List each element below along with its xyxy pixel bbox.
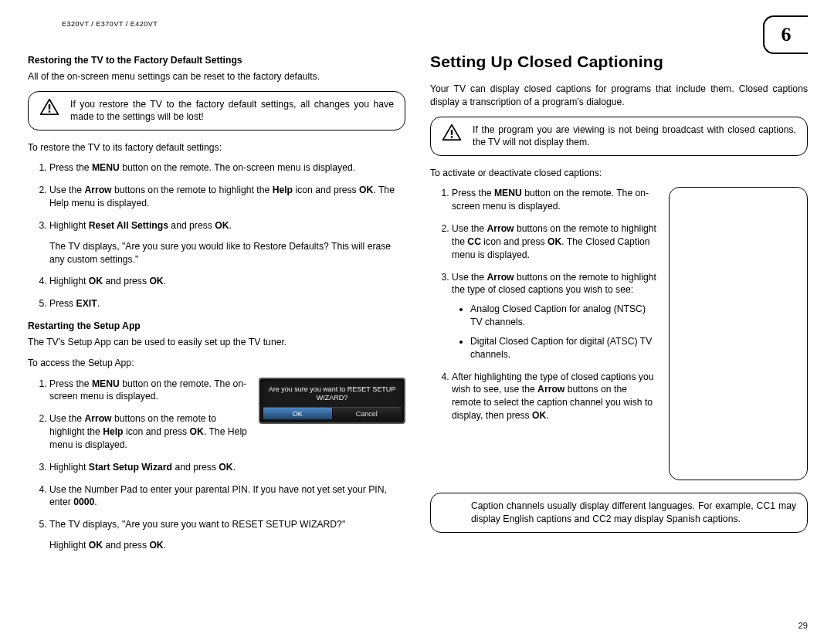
subheading-restore: Restoring the TV to the Factory Default … [28, 54, 405, 67]
cc-steps-list: Press the MENU button on the remote. The… [430, 187, 668, 422]
manual-page: E320VT / E370VT / E420VT 6 Restoring the… [28, 20, 808, 630]
cc-intro: Your TV can display closed captions for … [430, 83, 808, 109]
right-column: Setting Up Closed Captioning Your TV can… [430, 51, 808, 561]
svg-rect-3 [451, 136, 453, 137]
cc-warning-callout: If the program you are viewing is not be… [430, 117, 808, 156]
cc-bullet-analog: Analog Closed Caption for analog (NTSC) … [470, 303, 668, 329]
warning-icon [442, 124, 462, 142]
cc-step-1: Press the MENU button on the remote. The… [452, 187, 668, 213]
subheading-restart: Restarting the Setup App [28, 320, 405, 333]
restore-step-5: Press EXIT. [49, 297, 405, 310]
svg-rect-0 [49, 104, 50, 110]
restore-warning-text: If you restore the TV to the factory def… [70, 98, 394, 124]
cc-warning-text: If the program you are viewing is not be… [473, 124, 796, 149]
restore-step-2: Use the Arrow buttons on the remote to h… [49, 184, 405, 210]
cc-note-text: Caption channels usually display differe… [471, 500, 796, 524]
chapter-tab: 6 [763, 15, 808, 54]
reset-dialog-text: Are you sure you want to RESET SETUP WIZ… [263, 384, 401, 407]
svg-rect-2 [451, 130, 453, 135]
restore-step-3-sub: The TV displays, "Are you sure you would… [49, 240, 405, 266]
cc-step-3-bullets: Analog Closed Caption for analog (NTSC) … [452, 303, 668, 361]
left-column: Restoring the TV to the Factory Default … [28, 51, 405, 561]
restart-step-3: Highlight Start Setup Wizard and press O… [49, 461, 405, 474]
section-title-cc: Setting Up Closed Captioning [430, 51, 808, 73]
restore-step-1: Press the MENU button on the remote. The… [49, 161, 405, 175]
restart-step-5: The TV displays, "Are you sure you want … [49, 518, 405, 552]
cc-bullet-digital: Digital Closed Caption for digital (ATSC… [470, 335, 668, 361]
restart-steps-intro: To access the Setup App: [28, 357, 405, 370]
cc-steps-intro: To activate or deactivate closed caption… [430, 167, 808, 180]
restore-warning-callout: If you restore the TV to the factory def… [28, 91, 405, 130]
restore-steps-intro: To restore the TV to its factory default… [28, 141, 405, 154]
cc-step-2: Use the Arrow buttons on the remote to h… [452, 222, 668, 261]
restart-step-1: Press the MENU button on the remote. The… [49, 378, 266, 404]
svg-rect-1 [49, 110, 50, 112]
cc-menu-placeholder [669, 187, 808, 480]
reset-dialog-screenshot: Are you sure you want to RESET SETUP WIZ… [259, 378, 405, 424]
restart-step-2: Use the Arrow buttons on the remote to h… [49, 412, 266, 451]
reset-dialog-ok: OK [263, 407, 333, 419]
restore-step-4: Highlight OK and press OK. [49, 275, 405, 288]
restart-step-4: Use the Number Pad to enter your parenta… [49, 483, 405, 510]
page-number: 29 [798, 621, 808, 630]
restart-intro: The TV's Setup App can be used to easily… [28, 336, 405, 349]
restore-step-3: Highlight Reset All Settings and press O… [49, 219, 405, 266]
header-model-text: E320VT / E370VT / E420VT [62, 20, 808, 28]
warning-icon [39, 98, 59, 117]
reset-dialog-cancel: Cancel [333, 407, 402, 419]
cc-note-callout: Caption channels usually display differe… [430, 493, 808, 533]
restore-steps-list: Press the MENU button on the remote. The… [28, 161, 405, 310]
chapter-number: 6 [781, 23, 792, 46]
restore-intro: All of the on-screen menu settings can b… [28, 70, 405, 83]
cc-step-3: Use the Arrow buttons on the remote to h… [452, 271, 668, 361]
cc-step-4: After highlighting the type of closed ca… [452, 371, 668, 422]
